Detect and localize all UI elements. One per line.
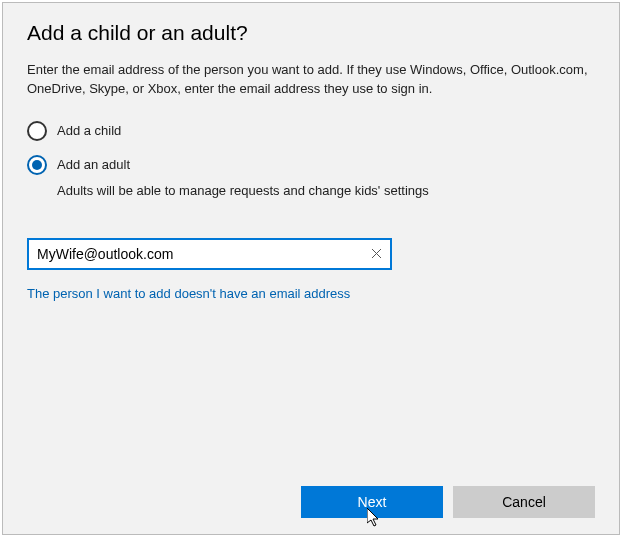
radio-label: Add an adult — [57, 157, 130, 172]
radio-unchecked-icon — [27, 121, 47, 141]
dialog-description: Enter the email address of the person yo… — [27, 61, 595, 99]
dialog-title: Add a child or an adult? — [27, 21, 595, 45]
dialog-button-row: Next Cancel — [301, 486, 595, 518]
radio-label: Add a child — [57, 123, 121, 138]
next-button[interactable]: Next — [301, 486, 443, 518]
radio-add-child[interactable]: Add a child — [27, 121, 595, 141]
email-input[interactable] — [27, 238, 392, 270]
member-type-radio-group: Add a child Add an adult Adults will be … — [27, 121, 595, 220]
radio-checked-icon — [27, 155, 47, 175]
clear-input-button[interactable] — [364, 242, 388, 266]
add-member-dialog: Add a child or an adult? Enter the email… — [2, 2, 620, 535]
radio-helper-text: Adults will be able to manage requests a… — [57, 183, 595, 198]
radio-add-adult[interactable]: Add an adult — [27, 155, 595, 175]
close-icon — [371, 248, 382, 259]
cancel-button[interactable]: Cancel — [453, 486, 595, 518]
email-input-wrap — [27, 238, 392, 270]
radio-dot-icon — [32, 160, 42, 170]
no-email-link[interactable]: The person I want to add doesn't have an… — [27, 286, 595, 301]
